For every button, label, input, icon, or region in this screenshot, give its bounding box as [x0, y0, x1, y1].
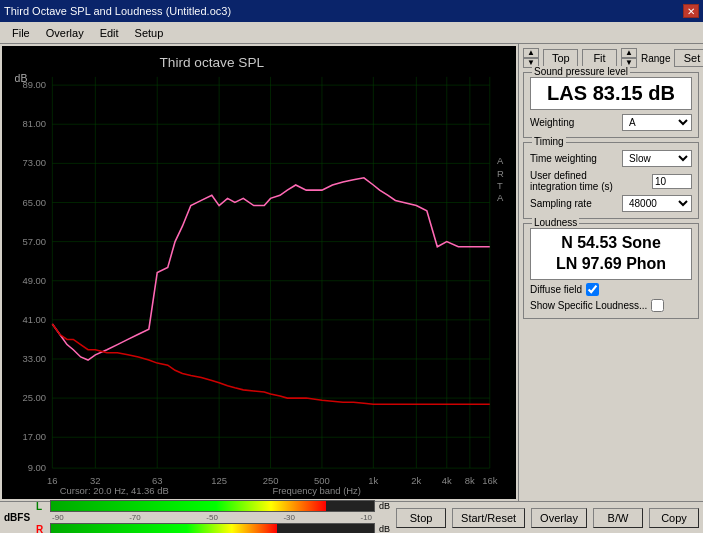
start-reset-button[interactable]: Start/Reset [452, 508, 525, 528]
time-weighting-select[interactable]: Slow Fast Impulse [622, 150, 692, 167]
set-button[interactable]: Set [674, 49, 703, 67]
nav-controls: ▲ ▼ Top Fit ▲ ▼ Range Set [523, 48, 699, 68]
svg-text:125: 125 [211, 476, 227, 486]
svg-text:Cursor: 20.0 Hz, 41.36 dB: Cursor: 20.0 Hz, 41.36 dB [60, 486, 169, 496]
overlay-button[interactable]: Overlay [531, 508, 587, 528]
menu-overlay[interactable]: Overlay [38, 25, 92, 41]
svg-text:A: A [497, 194, 504, 204]
menu-edit[interactable]: Edit [92, 25, 127, 41]
top-up-button[interactable]: ▲ [523, 48, 539, 58]
chart-svg: Third octave SPL dB A R T A 8 [2, 46, 516, 499]
spl-value: LAS 83.15 dB [547, 82, 675, 104]
menu-file[interactable]: File [4, 25, 38, 41]
diffuse-label: Diffuse field [530, 284, 582, 295]
spl-group-title: Sound pressure level [532, 66, 630, 77]
svg-text:16k: 16k [482, 476, 498, 486]
svg-text:25.00: 25.00 [22, 393, 46, 403]
title-bar: Third Octave SPL and Loudness (Untitled.… [0, 0, 703, 22]
svg-text:A: A [497, 156, 504, 166]
svg-text:49.00: 49.00 [22, 276, 46, 286]
diffuse-checkbox[interactable] [586, 283, 599, 296]
l-label: L [36, 501, 48, 512]
meter-row-r: R dB [36, 523, 390, 533]
tick-1: -70 [129, 513, 141, 522]
sampling-row: Sampling rate 48000 44100 96000 [530, 195, 692, 212]
r-label: R [36, 524, 48, 534]
meter-ticks-row: -90 -70 -50 -30 -10 [52, 513, 372, 522]
integration-input[interactable] [652, 174, 692, 189]
sampling-label: Sampling rate [530, 198, 592, 209]
loudness-group-title: Loudness [532, 217, 579, 228]
meters-section: L dB -90 -70 -50 -30 -10 R dB [36, 500, 390, 533]
integration-label: User defined integration time (s) [530, 170, 620, 192]
svg-text:33.00: 33.00 [22, 354, 46, 364]
svg-text:16: 16 [47, 476, 58, 486]
top-spin-group: ▲ ▼ [523, 48, 539, 68]
range-label: Range [641, 53, 670, 64]
meter-bar-l-container [50, 500, 375, 512]
svg-text:73.00: 73.00 [22, 159, 46, 169]
db-label-l: dB [379, 501, 390, 511]
window-title: Third Octave SPL and Loudness (Untitled.… [4, 5, 231, 17]
show-specific-row: Show Specific Loudness... [530, 299, 692, 312]
fit-button[interactable]: Fit [582, 49, 617, 67]
meter-row-l: L dB [36, 500, 390, 512]
time-weighting-label: Time weighting [530, 153, 597, 164]
show-specific-label: Show Specific Loudness... [530, 300, 647, 311]
menu-setup[interactable]: Setup [127, 25, 172, 41]
right-panel: ▲ ▼ Top Fit ▲ ▼ Range Set Sound pressure… [518, 44, 703, 501]
svg-text:2k: 2k [411, 476, 421, 486]
svg-text:57.00: 57.00 [22, 237, 46, 247]
stop-button[interactable]: Stop [396, 508, 446, 528]
top-button[interactable]: Top [543, 49, 578, 67]
range-spin-group: ▲ ▼ [621, 48, 637, 68]
dbfs-label: dBFS [4, 512, 30, 523]
svg-text:17.00: 17.00 [22, 432, 46, 442]
tick-2: -50 [206, 513, 218, 522]
loudness-value-1: N 54.53 Sone [533, 233, 689, 254]
svg-text:63: 63 [152, 476, 163, 486]
integration-row: User defined integration time (s) [530, 170, 692, 192]
tick-0: -90 [52, 513, 64, 522]
db-label-r: dB [379, 524, 390, 533]
svg-text:Frequency band (Hz): Frequency band (Hz) [272, 486, 361, 496]
chart-area: Third octave SPL dB A R T A 8 [2, 46, 516, 499]
copy-button[interactable]: Copy [649, 508, 699, 528]
loudness-group: Loudness N 54.53 Sone LN 97.69 Phon Diff… [523, 223, 699, 319]
sampling-select[interactable]: 48000 44100 96000 [622, 195, 692, 212]
timing-group: Timing Time weighting Slow Fast Impulse … [523, 142, 699, 219]
timing-group-title: Timing [532, 136, 566, 147]
tick-3: -30 [283, 513, 295, 522]
svg-text:81.00: 81.00 [22, 119, 46, 129]
svg-text:9.00: 9.00 [28, 463, 46, 473]
time-weighting-row: Time weighting Slow Fast Impulse [530, 150, 692, 167]
weighting-row: Weighting A B C Z [530, 114, 692, 131]
svg-text:89.00: 89.00 [22, 80, 46, 90]
range-up-button[interactable]: ▲ [621, 48, 637, 58]
svg-text:500: 500 [314, 476, 330, 486]
spl-group: Sound pressure level LAS 83.15 dB Weight… [523, 72, 699, 138]
close-button[interactable]: ✕ [683, 4, 699, 18]
svg-text:T: T [497, 181, 503, 191]
svg-text:65.00: 65.00 [22, 198, 46, 208]
svg-text:R: R [497, 169, 504, 179]
diffuse-row: Diffuse field [530, 283, 692, 296]
svg-text:4k: 4k [442, 476, 452, 486]
weighting-label: Weighting [530, 117, 574, 128]
weighting-select[interactable]: A B C Z [622, 114, 692, 131]
svg-text:1k: 1k [368, 476, 378, 486]
svg-text:8k: 8k [465, 476, 475, 486]
svg-text:32: 32 [90, 476, 101, 486]
tick-4: -10 [360, 513, 372, 522]
meter-bar-r-container [50, 523, 375, 533]
svg-text:41.00: 41.00 [22, 315, 46, 325]
meter-bar-l [51, 501, 325, 511]
spl-display: LAS 83.15 dB [530, 77, 692, 110]
svg-text:Third octave SPL: Third octave SPL [160, 55, 265, 70]
loudness-display: N 54.53 Sone LN 97.69 Phon [530, 228, 692, 280]
show-specific-checkbox[interactable] [651, 299, 664, 312]
bw-button[interactable]: B/W [593, 508, 643, 528]
svg-text:250: 250 [263, 476, 279, 486]
meter-bar-r [51, 524, 277, 533]
menu-bar: File Overlay Edit Setup [0, 22, 703, 44]
